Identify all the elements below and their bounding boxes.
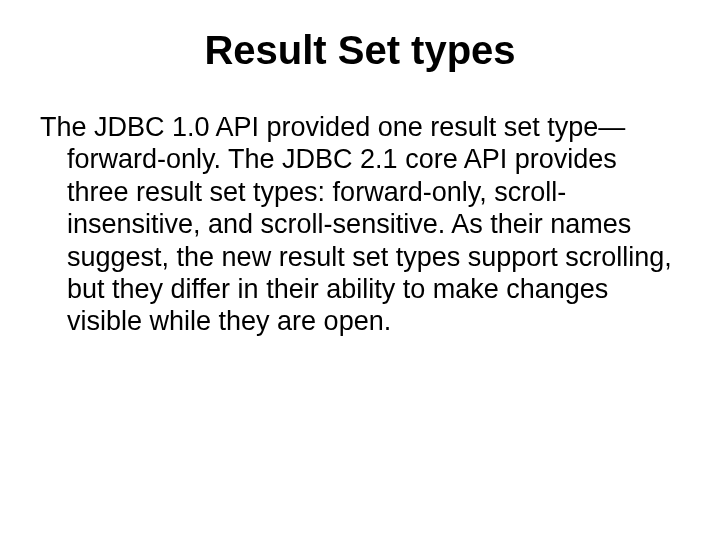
slide-body-text: The JDBC 1.0 API provided one result set… <box>40 111 680 338</box>
slide-title: Result Set types <box>40 28 680 73</box>
